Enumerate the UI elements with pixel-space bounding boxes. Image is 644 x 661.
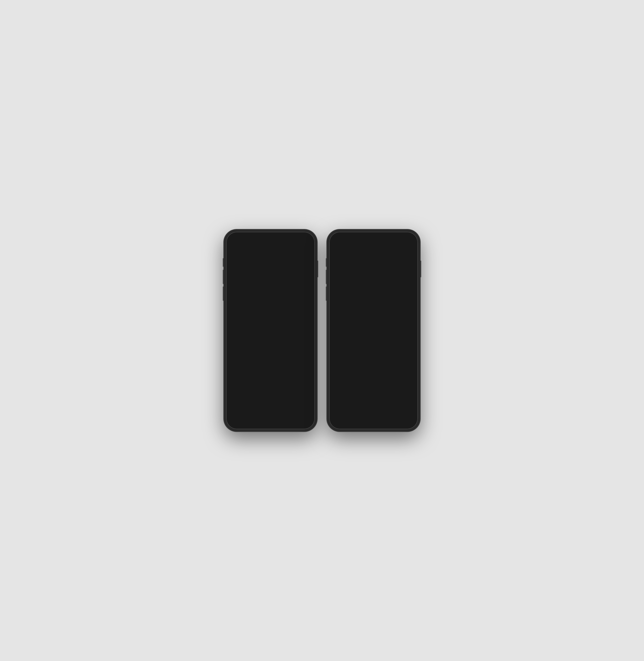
uz-flag-right: [380, 272, 386, 276]
to-currency-selector-left[interactable]: UZS ⌄: [276, 272, 306, 276]
signal-bar-2: [292, 238, 293, 239]
status-time-left: 9:41: [233, 235, 240, 239]
you-pay-amount-right: 1000: [338, 263, 368, 271]
signal-bar-4: [295, 237, 295, 239]
payment-chevron-right: ⌄: [406, 294, 409, 299]
status-icons-left: [291, 235, 308, 239]
signal-bar-r1: [394, 238, 395, 239]
payment-card-left[interactable]: Payment method Debit card ⌄: [231, 289, 310, 304]
from-chevron-right: ⌄: [349, 273, 352, 277]
credit-card-icon-left: [231, 372, 239, 379]
to-chevron-left: ⌄: [293, 272, 296, 276]
exchange-row-left: You pay 1000 ★ € ⌄ Recipient get: [235, 258, 306, 277]
status-bar-left: 9:41: [226, 232, 315, 241]
to-currency-code-left: UZS: [284, 272, 291, 276]
payment-method-label-right: Payment method: [349, 292, 403, 296]
debit-card-label-left: Debit card: [243, 360, 303, 365]
recipient-gets-col-left: Recipient gets 13 453 000 UZS ⌄: [276, 258, 306, 277]
from-currency-selector-left[interactable]: ★ € ⌄: [235, 273, 265, 277]
from-currency-code-right: €: [345, 273, 347, 277]
signal-bars-right: [394, 236, 398, 239]
bank-transfer-option-left[interactable]: Bank transfer You can pay using our bank…: [231, 395, 310, 420]
signal-bar-3: [294, 237, 294, 239]
volume-down-button: [223, 286, 224, 301]
signal-bar-r4: [398, 237, 398, 239]
status-icons-right: [394, 235, 411, 239]
exchange-row-right: You pay 1000 ★ € ⌄ Recipient gets: [338, 258, 409, 277]
from-chevron-left: ⌄: [246, 273, 249, 277]
debit-card-option-left[interactable]: Debit card ✓: [231, 356, 310, 369]
volume-up-button: [223, 270, 224, 284]
card-icon-right: [338, 293, 346, 300]
silent-button-right: [326, 258, 327, 267]
nav-bar-right: ‹ Uzbekistan: [334, 241, 413, 254]
recipient-gets-label-right: Recipient gets: [380, 258, 410, 262]
recipient-gets-amount-left: 13 453 000: [276, 263, 306, 269]
bank-transfer-info-right: Bank transfer You can pay using our bank…: [346, 398, 413, 416]
exchange-card-right: You pay 1000 ★ € ⌄ Recipient gets: [334, 254, 413, 286]
debit-card-label-right: Debit card: [346, 372, 407, 377]
svg-text:★: ★: [340, 274, 342, 276]
credit-card-icon-right: [334, 385, 343, 391]
status-bar-right: 9:41: [329, 232, 418, 241]
payment-info-right: Payment method Debit card: [349, 292, 403, 301]
silent-button: [223, 258, 224, 267]
debit-card-icon-right: [334, 372, 343, 378]
credit-card-option-right[interactable]: Credit card: [334, 381, 413, 395]
payment-card-right[interactable]: Payment method Debit card ⌄: [334, 289, 413, 304]
debit-card-check-right: ✓: [410, 372, 413, 377]
bank-transfer-info-left: Bank transfer You can pay using our bank…: [243, 398, 310, 416]
unavailable-note-left: This payment method is only available fo…: [231, 380, 310, 394]
signal-bar-1: [291, 238, 292, 239]
sheet-title-right: Select payment method: [334, 357, 413, 363]
debit-card-option-right[interactable]: Debit card ✓: [334, 368, 413, 381]
app-content-right: ‹ Uzbekistan You pay 1000 ★ € ⌄: [329, 241, 418, 304]
status-time-right: 9:41: [336, 235, 343, 239]
eu-flag-left: ★: [235, 273, 241, 277]
eu-flag-right: ★: [338, 273, 344, 277]
bank-transfer-option-right[interactable]: Bank transfer You can pay using our bank…: [334, 395, 413, 420]
from-currency-code-left: €: [243, 273, 244, 277]
progress-bar-right: [338, 280, 409, 282]
you-pay-col-left: You pay 1000 ★ € ⌄: [235, 258, 265, 277]
bank-transfer-label-left: Bank transfer: [243, 398, 310, 403]
battery-icon-left: [302, 236, 308, 239]
progress-bar-left: [235, 280, 306, 282]
bottom-sheet-left: Select payment method Debit card ✓ Credi…: [226, 339, 315, 429]
bank-icon-right: [334, 398, 343, 405]
payment-method-label-left: Payment method: [246, 292, 300, 296]
app-content-left: ‹ Uzbekistan You pay 1000 ★ €: [226, 241, 315, 304]
signal-bars-left: [291, 236, 295, 239]
wifi-icon-right: [400, 235, 404, 239]
to-currency-selector-right[interactable]: UZS ⌄: [380, 272, 410, 276]
screen-right: 9:41 ‹ Uzbekistan: [329, 232, 418, 429]
back-button-left[interactable]: ‹: [231, 243, 233, 251]
back-button-right[interactable]: ‹: [334, 243, 336, 251]
phone-right: 9:41 ‹ Uzbekistan: [327, 230, 420, 431]
credit-card-option-left[interactable]: Credit card: [231, 369, 310, 380]
bank-icon-left: [231, 398, 239, 405]
recipient-gets-amount-right: 13 453 000: [380, 263, 410, 269]
you-pay-col-right: You pay 1000 ★ € ⌄: [338, 258, 368, 277]
payment-method-value-left: Debit card: [246, 296, 300, 301]
payment-chevron-left: ⌄: [303, 294, 306, 299]
credit-card-label-left: Credit card: [243, 373, 310, 378]
you-pay-amount-left: 1000: [235, 263, 265, 271]
bottom-sheet-right: Select payment method Debit card ✓ Credi…: [329, 350, 418, 429]
signal-bar-r2: [395, 238, 396, 239]
screen-left: 9:41 ‹ Uzbekistan: [226, 232, 315, 429]
bank-transfer-sub-right: You can pay using our bank details, thro…: [346, 403, 413, 416]
nav-bar-left: ‹ Uzbekistan: [231, 241, 310, 254]
from-currency-selector-right[interactable]: ★ € ⌄: [338, 273, 368, 277]
card-icon-left: [235, 293, 244, 300]
you-pay-label-right: You pay: [338, 258, 368, 262]
credit-card-label-right: Credit card: [346, 385, 413, 390]
debit-card-icon-left: [231, 359, 239, 365]
page-title-left: Uzbekistan: [236, 244, 302, 250]
exchange-card-left: You pay 1000 ★ € ⌄ Recipient get: [231, 254, 310, 286]
payment-method-value-right: Debit card: [349, 296, 403, 301]
you-pay-label-left: You pay: [235, 258, 265, 262]
progress-fill-left: [235, 280, 260, 282]
progress-fill-right: [338, 280, 363, 282]
volume-down-button-right: [326, 286, 327, 301]
